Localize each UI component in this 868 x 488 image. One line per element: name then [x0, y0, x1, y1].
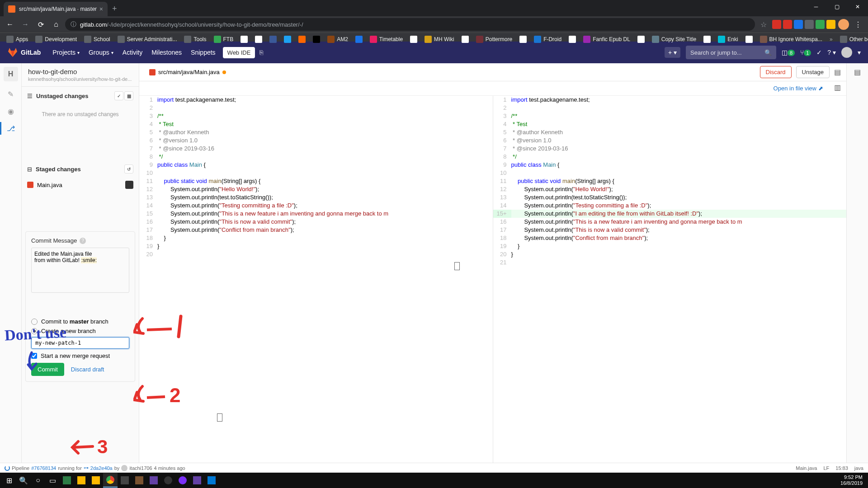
file-tab[interactable]: src/main/java/Main.java [145, 66, 231, 78]
chrome-taskbar-icon[interactable] [103, 473, 118, 488]
review-icon[interactable]: ◉ [6, 107, 15, 116]
bookmark-item[interactable]: Fanfic Epub DL [580, 35, 633, 44]
address-bar[interactable]: ⓘ gitlab.com/-/ide/project/kennethsohyq/… [65, 18, 755, 31]
webide-button[interactable]: Web IDE [223, 47, 255, 58]
bookmark-item[interactable] [310, 35, 323, 44]
help-dropdown[interactable]: ? ▾ [827, 49, 836, 56]
bookmark-item[interactable]: MH Wiki [422, 35, 457, 44]
nav-projects[interactable]: Projects ▾ [48, 49, 84, 56]
minimize-button[interactable]: ─ [806, 0, 826, 14]
reload-button[interactable]: ⟳ [34, 18, 47, 31]
bookmark-item[interactable]: Tools [181, 35, 209, 44]
bookmark-item[interactable]: Pottermore [473, 35, 515, 44]
twitch-icon[interactable] [146, 473, 161, 488]
close-tab-icon[interactable]: × [99, 5, 103, 13]
app-icon[interactable] [190, 473, 204, 488]
bookmark-item[interactable]: Enki [715, 35, 741, 44]
staged-file-item[interactable]: Main.java [22, 178, 139, 192]
edit-icon[interactable]: ✎ [6, 89, 15, 99]
user-dropdown-caret[interactable]: ▾ [858, 49, 861, 56]
start-mr-checkbox[interactable]: Start a new merge request [31, 352, 129, 359]
app-icon[interactable] [175, 473, 190, 488]
issues-icon[interactable]: ◫8 [782, 49, 795, 56]
commit-to-master-radio[interactable]: Commit to master branch [31, 318, 129, 325]
bookmark-item[interactable] [238, 35, 250, 44]
clone-icon[interactable]: ⎘ [259, 49, 263, 56]
commit-message-input[interactable]: Edited the Main.java file from within Gi… [31, 248, 129, 293]
new-tab-button[interactable]: + [112, 4, 117, 14]
commit-nav-icon[interactable]: ⎇ [6, 124, 15, 133]
extension-icon[interactable] [772, 20, 781, 29]
explorer-icon[interactable] [74, 473, 89, 488]
open-in-file-view[interactable]: Open in file view ⬈ [768, 83, 829, 94]
profile-avatar[interactable] [838, 19, 849, 30]
gitlab-logo[interactable]: GitLab [7, 47, 41, 58]
bookmark-item[interactable]: Server Administrati... [115, 35, 180, 44]
nav-groups[interactable]: Groups ▾ [84, 49, 118, 56]
bookmark-item[interactable] [353, 35, 365, 44]
pipelines-icon[interactable]: ▤ [854, 68, 861, 76]
extension-icon[interactable] [816, 20, 825, 29]
system-tray[interactable]: 9:52 PM 16/8/2019 [840, 474, 866, 486]
bookmark-item[interactable]: F-Droid [531, 35, 564, 44]
commit-link[interactable]: 2da2e40a [90, 465, 113, 471]
bookmark-item[interactable] [517, 35, 529, 44]
extension-icon[interactable] [805, 20, 814, 29]
extension-icon[interactable] [783, 20, 792, 29]
commit-button[interactable]: Commit [31, 363, 64, 376]
maximize-button[interactable]: ▢ [826, 0, 847, 14]
discard-button[interactable]: Discard [760, 66, 792, 78]
pipeline-id-link[interactable]: #76768134 [31, 465, 56, 471]
plus-dropdown[interactable]: + ▾ [665, 47, 680, 58]
forward-button[interactable]: → [19, 18, 32, 31]
bookmark-item[interactable] [701, 35, 713, 44]
close-window-button[interactable]: ✕ [847, 0, 868, 14]
unstage-button[interactable]: Unstage [796, 66, 830, 78]
project-header[interactable]: how-to-git-demo kennethsohyq/school/univ… [22, 63, 139, 87]
star-icon[interactable]: ☆ [760, 20, 767, 29]
bookmark-item[interactable]: BH Ignore Whitespa... [757, 35, 825, 44]
discard-draft-button[interactable]: Discard draft [68, 363, 108, 376]
other-bookmarks[interactable]: Other bookmarks [837, 35, 868, 44]
bookmark-item[interactable] [281, 35, 294, 44]
todos-icon[interactable]: ✓ [816, 49, 822, 56]
discard-all-button[interactable]: ▦ [124, 91, 133, 100]
diff-pane-left[interactable]: 1import test.packagename.test;23/**4 * T… [139, 96, 493, 470]
nav-snippets[interactable]: Snippets [186, 49, 220, 56]
mr-icon[interactable]: ⑂1 [800, 49, 811, 56]
vscode-icon[interactable] [204, 473, 219, 488]
bookmark-item[interactable] [267, 35, 279, 44]
bookmark-item[interactable] [566, 35, 579, 44]
stage-all-button[interactable]: ✓ [114, 91, 123, 100]
bookmark-item[interactable]: Copy Site Title [649, 35, 699, 44]
nav-activity[interactable]: Activity [118, 49, 147, 56]
unstaged-header[interactable]: ☰ Unstaged changes ✓ ▦ [22, 87, 139, 105]
bookmark-item[interactable] [407, 35, 420, 44]
user-avatar[interactable] [841, 47, 852, 58]
unstage-all-button[interactable]: ↺ [124, 164, 133, 174]
diff-pane-right[interactable]: 1import test.packagename.test;23/**4 * T… [493, 96, 847, 470]
home-button[interactable]: ⌂ [50, 18, 62, 31]
bookmark-item[interactable]: Apps [4, 35, 31, 44]
app-icon[interactable] [132, 473, 146, 488]
toggle-right-rail-icon[interactable]: ▥ [834, 83, 841, 94]
staged-header[interactable]: ⊟ Staged changes ↺ [22, 160, 139, 178]
task-view-icon[interactable]: ▭ [45, 473, 60, 488]
bookmark-item[interactable] [296, 35, 308, 44]
project-avatar[interactable]: H [4, 67, 18, 81]
checkbox-icon[interactable] [31, 353, 37, 359]
menu-icon[interactable]: ⋮ [852, 18, 864, 31]
bookmark-item[interactable] [635, 35, 647, 44]
help-icon[interactable]: ? [80, 238, 86, 244]
search-taskbar-icon[interactable]: 🔍 [16, 473, 31, 488]
bookmark-item[interactable] [252, 35, 265, 44]
bookmark-item[interactable]: School [81, 35, 113, 44]
extension-icon[interactable] [794, 20, 803, 29]
app-icon[interactable] [89, 473, 103, 488]
bookmark-item[interactable]: Timetable [367, 35, 406, 44]
bookmark-item[interactable]: AM2 [325, 35, 351, 44]
cortana-icon[interactable]: ○ [31, 473, 45, 488]
back-button[interactable]: ← [4, 18, 16, 31]
sidebar-toggle-icon[interactable]: ▤ [834, 68, 841, 76]
create-branch-radio[interactable]: Create a new branch [31, 328, 129, 334]
